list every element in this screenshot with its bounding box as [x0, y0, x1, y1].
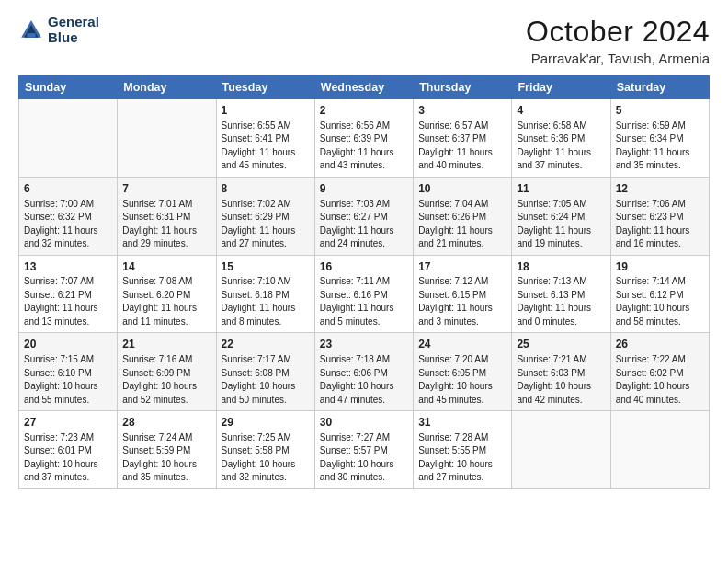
day-number: 7	[122, 181, 210, 197]
col-wednesday: Wednesday	[314, 76, 413, 99]
table-row: 5Sunrise: 6:59 AM Sunset: 6:34 PM Daylig…	[610, 99, 709, 178]
day-number: 9	[320, 181, 408, 197]
day-info: Sunrise: 7:20 AM Sunset: 6:05 PM Dayligh…	[418, 353, 506, 407]
calendar-week-row: 13Sunrise: 7:07 AM Sunset: 6:21 PM Dayli…	[19, 255, 710, 333]
table-row: 29Sunrise: 7:25 AM Sunset: 5:58 PM Dayli…	[216, 411, 314, 489]
col-tuesday: Tuesday	[216, 76, 314, 99]
table-row: 6Sunrise: 7:00 AM Sunset: 6:32 PM Daylig…	[19, 177, 118, 255]
day-number: 25	[517, 337, 605, 352]
day-number: 20	[24, 337, 112, 352]
day-number: 31	[418, 415, 506, 431]
day-number: 27	[24, 415, 112, 431]
table-row: 24Sunrise: 7:20 AM Sunset: 6:05 PM Dayli…	[414, 333, 512, 411]
day-info: Sunrise: 7:11 AM Sunset: 6:16 PM Dayligh…	[320, 275, 408, 328]
table-row: 1Sunrise: 6:55 AM Sunset: 6:41 PM Daylig…	[216, 99, 314, 178]
month-title: October 2024	[526, 15, 710, 49]
table-row: 31Sunrise: 7:28 AM Sunset: 5:55 PM Dayli…	[414, 411, 512, 489]
day-number: 14	[122, 259, 210, 275]
day-info: Sunrise: 7:00 AM Sunset: 6:32 PM Dayligh…	[24, 198, 112, 251]
day-info: Sunrise: 6:59 AM Sunset: 6:34 PM Dayligh…	[616, 120, 704, 173]
day-info: Sunrise: 6:56 AM Sunset: 6:39 PM Dayligh…	[320, 120, 408, 173]
day-info: Sunrise: 7:12 AM Sunset: 6:15 PM Dayligh…	[418, 275, 506, 328]
table-row: 13Sunrise: 7:07 AM Sunset: 6:21 PM Dayli…	[19, 255, 118, 333]
table-row: 3Sunrise: 6:57 AM Sunset: 6:37 PM Daylig…	[414, 99, 512, 178]
day-number: 21	[122, 337, 210, 352]
day-info: Sunrise: 7:18 AM Sunset: 6:06 PM Dayligh…	[320, 353, 408, 407]
header: General Blue October 2024 Parravak'ar, T…	[18, 15, 710, 66]
day-number: 16	[320, 259, 408, 275]
calendar-week-row: 27Sunrise: 7:23 AM Sunset: 6:01 PM Dayli…	[19, 411, 710, 489]
day-info: Sunrise: 6:58 AM Sunset: 6:36 PM Dayligh…	[517, 120, 605, 173]
day-info: Sunrise: 7:04 AM Sunset: 6:26 PM Dayligh…	[418, 198, 506, 251]
day-info: Sunrise: 7:17 AM Sunset: 6:08 PM Dayligh…	[222, 353, 310, 407]
day-number: 2	[320, 103, 408, 119]
day-number: 24	[418, 337, 506, 352]
table-row: 20Sunrise: 7:15 AM Sunset: 6:10 PM Dayli…	[19, 333, 118, 411]
day-number: 11	[517, 181, 605, 197]
calendar-week-row: 1Sunrise: 6:55 AM Sunset: 6:41 PM Daylig…	[19, 99, 710, 178]
logo-line2: Blue	[48, 30, 99, 46]
day-info: Sunrise: 7:02 AM Sunset: 6:29 PM Dayligh…	[222, 198, 310, 251]
table-row: 26Sunrise: 7:22 AM Sunset: 6:02 PM Dayli…	[610, 333, 709, 411]
day-number: 12	[616, 181, 704, 197]
location-title: Parravak'ar, Tavush, Armenia	[526, 51, 710, 66]
table-row: 17Sunrise: 7:12 AM Sunset: 6:15 PM Dayli…	[414, 255, 512, 333]
day-number: 15	[222, 259, 310, 275]
table-row: 10Sunrise: 7:04 AM Sunset: 6:26 PM Dayli…	[414, 177, 512, 255]
logo-line1: General	[48, 15, 99, 30]
day-number: 28	[122, 415, 210, 431]
day-number: 5	[616, 103, 704, 119]
day-number: 19	[616, 259, 704, 275]
table-row: 27Sunrise: 7:23 AM Sunset: 6:01 PM Dayli…	[19, 411, 118, 489]
day-info: Sunrise: 7:06 AM Sunset: 6:23 PM Dayligh…	[616, 198, 704, 251]
table-row: 12Sunrise: 7:06 AM Sunset: 6:23 PM Dayli…	[610, 177, 709, 255]
logo: General Blue	[18, 15, 99, 45]
table-row: 14Sunrise: 7:08 AM Sunset: 6:20 PM Dayli…	[118, 255, 216, 333]
day-number: 23	[320, 337, 408, 352]
table-row: 16Sunrise: 7:11 AM Sunset: 6:16 PM Dayli…	[314, 255, 413, 333]
logo-text: General Blue	[48, 15, 99, 45]
table-row: 2Sunrise: 6:56 AM Sunset: 6:39 PM Daylig…	[314, 99, 413, 178]
table-row	[19, 99, 118, 178]
table-row: 25Sunrise: 7:21 AM Sunset: 6:03 PM Dayli…	[512, 333, 610, 411]
day-number: 8	[222, 181, 310, 197]
day-info: Sunrise: 7:07 AM Sunset: 6:21 PM Dayligh…	[24, 275, 112, 328]
day-number: 1	[222, 103, 310, 119]
day-info: Sunrise: 7:25 AM Sunset: 5:58 PM Dayligh…	[222, 431, 310, 485]
day-info: Sunrise: 7:16 AM Sunset: 6:09 PM Dayligh…	[122, 353, 210, 407]
calendar-week-row: 6Sunrise: 7:00 AM Sunset: 6:32 PM Daylig…	[19, 177, 710, 255]
day-info: Sunrise: 7:15 AM Sunset: 6:10 PM Dayligh…	[24, 353, 112, 407]
table-row: 11Sunrise: 7:05 AM Sunset: 6:24 PM Dayli…	[512, 177, 610, 255]
table-row: 15Sunrise: 7:10 AM Sunset: 6:18 PM Dayli…	[216, 255, 314, 333]
table-row: 7Sunrise: 7:01 AM Sunset: 6:31 PM Daylig…	[118, 177, 216, 255]
table-row	[118, 99, 216, 178]
day-info: Sunrise: 7:24 AM Sunset: 5:59 PM Dayligh…	[122, 431, 210, 485]
calendar-table: Sunday Monday Tuesday Wednesday Thursday…	[18, 75, 710, 489]
page: General Blue October 2024 Parravak'ar, T…	[0, 0, 728, 563]
day-number: 13	[24, 259, 112, 275]
day-info: Sunrise: 7:22 AM Sunset: 6:02 PM Dayligh…	[616, 353, 704, 407]
day-info: Sunrise: 7:21 AM Sunset: 6:03 PM Dayligh…	[517, 353, 605, 407]
table-row: 23Sunrise: 7:18 AM Sunset: 6:06 PM Dayli…	[314, 333, 413, 411]
day-number: 30	[320, 415, 408, 431]
day-number: 22	[222, 337, 310, 352]
day-info: Sunrise: 7:23 AM Sunset: 6:01 PM Dayligh…	[24, 431, 112, 485]
table-row	[512, 411, 610, 489]
day-info: Sunrise: 7:27 AM Sunset: 5:57 PM Dayligh…	[320, 431, 408, 485]
svg-rect-2	[27, 33, 35, 38]
day-number: 29	[222, 415, 310, 431]
table-row	[610, 411, 709, 489]
table-row: 19Sunrise: 7:14 AM Sunset: 6:12 PM Dayli…	[610, 255, 709, 333]
col-monday: Monday	[118, 76, 216, 99]
calendar-week-row: 20Sunrise: 7:15 AM Sunset: 6:10 PM Dayli…	[19, 333, 710, 411]
day-info: Sunrise: 7:03 AM Sunset: 6:27 PM Dayligh…	[320, 198, 408, 251]
calendar-header-row: Sunday Monday Tuesday Wednesday Thursday…	[19, 76, 710, 99]
day-number: 6	[24, 181, 112, 197]
title-block: October 2024 Parravak'ar, Tavush, Armeni…	[526, 15, 710, 66]
table-row: 30Sunrise: 7:27 AM Sunset: 5:57 PM Dayli…	[314, 411, 413, 489]
table-row: 9Sunrise: 7:03 AM Sunset: 6:27 PM Daylig…	[314, 177, 413, 255]
day-number: 17	[418, 259, 506, 275]
day-info: Sunrise: 7:28 AM Sunset: 5:55 PM Dayligh…	[418, 431, 506, 485]
table-row: 8Sunrise: 7:02 AM Sunset: 6:29 PM Daylig…	[216, 177, 314, 255]
col-friday: Friday	[512, 76, 610, 99]
